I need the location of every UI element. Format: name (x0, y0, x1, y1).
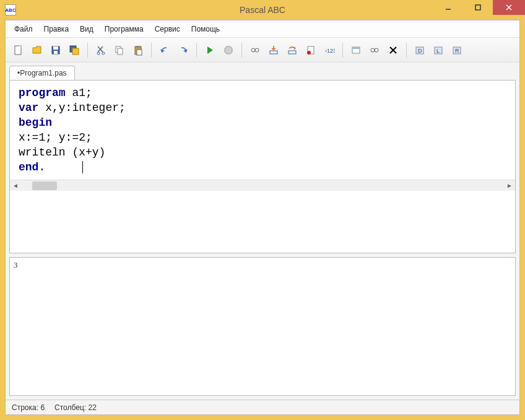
menu-service[interactable]: Сервис (150, 22, 185, 36)
scroll-right-arrow[interactable]: ► (504, 181, 515, 191)
save-icon[interactable] (48, 42, 64, 58)
panel1-icon[interactable] (348, 42, 364, 58)
svg-text:L: L (436, 48, 440, 54)
svg-point-15 (102, 52, 105, 55)
svg-rect-1 (475, 5, 480, 10)
step-over-icon[interactable] (284, 42, 300, 58)
toolbar-sep (342, 43, 343, 58)
cut-icon[interactable] (93, 42, 109, 58)
close-button[interactable] (493, 0, 525, 15)
toolbar-sep (406, 43, 407, 58)
svg-marker-6 (33, 46, 41, 53)
scroll-left-arrow[interactable]: ◄ (10, 181, 21, 191)
breakpoint-icon[interactable] (303, 42, 319, 58)
svg-point-14 (97, 52, 100, 55)
maximize-button[interactable] (463, 0, 493, 15)
output-panel[interactable]: 3 (9, 257, 516, 396)
toolbar-sep (196, 43, 197, 58)
editor-area: program a1; var x,y:integer; begin x:=1;… (6, 80, 519, 400)
menu-view[interactable]: Вид (75, 22, 98, 36)
window-controls (433, 0, 525, 15)
svg-rect-8 (53, 46, 58, 50)
code-editor[interactable]: program a1; var x,y:integer; begin x:=1;… (9, 80, 516, 253)
svg-text:R: R (455, 48, 459, 54)
new-icon[interactable] (11, 42, 27, 58)
menu-edit[interactable]: Правка (39, 22, 74, 36)
svg-rect-11 (72, 48, 79, 55)
svg-point-23 (251, 48, 255, 52)
stop-icon[interactable] (220, 42, 236, 58)
svg-point-33 (375, 48, 378, 52)
toolbar: ›123 D L R (6, 38, 519, 63)
app-icon: ABC (5, 4, 16, 15)
tab-bar: •Program1.pas (6, 63, 519, 80)
svg-rect-9 (54, 51, 58, 54)
tool-r-icon[interactable]: R (449, 42, 465, 58)
scroll-track[interactable] (21, 181, 504, 191)
svg-rect-26 (289, 51, 296, 54)
window-title: Pascal ABC (240, 5, 285, 15)
tool-d-icon[interactable]: D (412, 42, 428, 58)
watch-icon[interactable] (247, 42, 263, 58)
svg-marker-22 (225, 46, 232, 54)
svg-point-32 (371, 48, 375, 52)
status-line: Строка: 6 (12, 403, 45, 412)
menu-file[interactable]: Файл (9, 22, 38, 36)
menu-bar: Файл Правка Вид Программа Сервис Помощь (6, 20, 519, 38)
step-into-icon[interactable] (266, 42, 282, 58)
menu-help[interactable]: Помощь (186, 22, 225, 36)
minimize-button[interactable] (433, 0, 463, 15)
tab-program1[interactable]: •Program1.pas (9, 66, 75, 80)
svg-rect-17 (118, 48, 123, 55)
save-all-icon[interactable] (66, 42, 82, 58)
svg-point-28 (307, 51, 311, 55)
scrollbar-horizontal[interactable]: ◄ ► (10, 180, 515, 191)
client-area: Файл Правка Вид Программа Сервис Помощь (5, 20, 520, 415)
status-bar: Строка: 6 Столбец: 22 (6, 400, 519, 414)
svg-rect-19 (136, 46, 140, 48)
svg-text:D: D (418, 48, 422, 54)
svg-point-24 (255, 48, 259, 52)
run-icon[interactable] (202, 42, 218, 58)
status-col: Столбец: 22 (54, 403, 97, 412)
svg-rect-25 (270, 51, 277, 54)
menu-program[interactable]: Программа (100, 22, 149, 36)
paste-icon[interactable] (130, 42, 146, 58)
toolbar-sep (87, 43, 88, 58)
svg-rect-31 (352, 47, 360, 49)
tool-l-icon[interactable]: L (430, 42, 446, 58)
open-icon[interactable] (29, 42, 45, 58)
toolbar-sep (151, 43, 152, 58)
toolbar-sep (241, 43, 242, 58)
copy-icon[interactable] (111, 42, 128, 58)
svg-text:›123: ›123 (325, 48, 335, 54)
scroll-thumb[interactable] (32, 182, 57, 190)
delete-icon[interactable] (385, 42, 401, 58)
var-watch-icon[interactable]: ›123 (321, 42, 337, 58)
svg-rect-20 (137, 50, 142, 55)
title-bar[interactable]: ABC Pascal ABC (0, 0, 525, 20)
panel2-icon[interactable] (367, 42, 383, 58)
app-window: ABC Pascal ABC Файл Правка Вид Программа… (0, 0, 525, 420)
undo-icon[interactable] (157, 42, 173, 58)
redo-icon[interactable] (175, 42, 191, 58)
svg-marker-21 (207, 46, 213, 54)
